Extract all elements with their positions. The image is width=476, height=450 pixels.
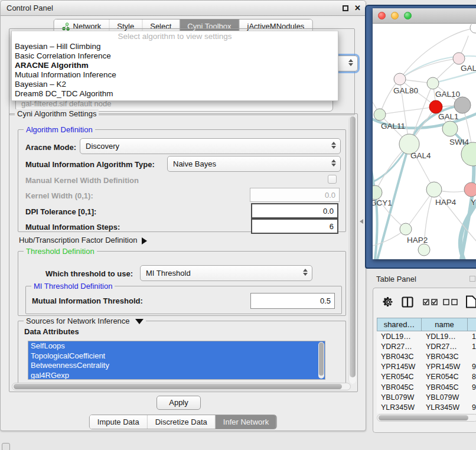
settings-vertical-scrollbar[interactable]	[348, 116, 356, 384]
minimize-traffic-light[interactable]	[391, 12, 399, 19]
sources-title[interactable]: Sources for Network Inference	[24, 317, 146, 325]
table-row[interactable]: YIL052CYIL052C9	[377, 413, 476, 414]
manual-kernel-checkbox[interactable]	[328, 175, 337, 184]
manual-kernel-label: Manual Kernel Width Definition	[25, 176, 139, 185]
kernel-width-field[interactable]: 0.0	[250, 188, 340, 202]
which-threshold-value: MI Threshold	[146, 269, 191, 278]
sources-groupbox: Sources for Network Inference Data Attri…	[18, 321, 346, 387]
mi-type-label: Mutual Information Algorithm Type:	[25, 160, 155, 169]
tab-discretize-data[interactable]: Discretize Data	[148, 415, 216, 429]
network-node-gcy1[interactable]	[373, 185, 382, 200]
network-edge	[400, 58, 459, 79]
network-window-titlebar[interactable]	[373, 8, 476, 24]
dock-corner-icon[interactable]	[2, 443, 10, 450]
table-row[interactable]: YBR045CYBR045C9.	[377, 382, 476, 392]
algorithm-dropdown-popup: Select algorithm to view settings Bayesi…	[11, 31, 338, 101]
table-cell: 12	[468, 343, 476, 351]
node-label-gal11: GAL11	[381, 122, 405, 131]
which-threshold-combo[interactable]: MI Threshold	[140, 265, 312, 281]
hub-definition-expander[interactable]: Hub/Transcription Factor Definition	[19, 236, 147, 244]
algorithm-option-aracne-algorithm[interactable]: ARACNE Algorithm	[12, 61, 338, 70]
control-panel-titlebar[interactable]: Control Panel ✕	[1, 1, 366, 16]
algorithm-option-dream8-dc-tdc-algorithm[interactable]: Dream8 DC_TDC Algorithm	[12, 89, 338, 99]
close-traffic-light[interactable]	[378, 12, 386, 19]
table-cell: YBR043C	[377, 353, 422, 361]
network-node-gal10[interactable]	[427, 77, 439, 89]
table-cell: YDR27…	[377, 343, 422, 351]
unchecked-boxes-icon[interactable]	[443, 299, 458, 305]
table-cell: 9.	[468, 383, 476, 392]
attributes-scrollbar[interactable]	[318, 342, 324, 379]
table-cell: YBR045C	[377, 383, 422, 392]
network-node[interactable]	[418, 244, 430, 256]
algorithm-option-bayesian-k2[interactable]: Bayesian – K2	[12, 80, 338, 89]
table-row[interactable]: YBL079WYBL079W	[377, 392, 476, 402]
attribute-item-topologicalcoefficient[interactable]: TopologicalCoefficient	[28, 351, 325, 361]
network-node-gal[interactable]	[453, 53, 465, 64]
node-label-gcy1: GCY1	[373, 198, 392, 207]
mi-algorithm-type-combo[interactable]: Naive Bayes	[167, 156, 341, 172]
algorithm-option-basic-correlation-inference[interactable]: Basic Correlation Inference	[12, 51, 338, 61]
network-node-gal1[interactable]	[429, 100, 442, 113]
tab-impute-data[interactable]: Impute Data	[90, 415, 148, 429]
table-row[interactable]: YLR345WYLR345W9.	[377, 402, 476, 412]
network-node[interactable]	[454, 97, 471, 113]
mi-steps-field[interactable]: 6	[251, 219, 338, 234]
dpi-tolerance-field[interactable]: 0.0	[251, 203, 338, 219]
settings-horizontal-scrollbar[interactable]	[12, 383, 351, 390]
network-node[interactable]	[470, 24, 476, 33]
table-cell: 8.	[468, 373, 476, 381]
combo-arrows-icon	[303, 269, 308, 276]
network-node-y[interactable]	[464, 182, 476, 197]
settings-title: Cyni Algorithm Settings	[15, 109, 99, 118]
table-row[interactable]: YBR043CYBR043C	[377, 351, 476, 361]
node-label-gal: GAL	[461, 64, 476, 73]
network-edge	[380, 107, 436, 115]
mi-threshold-field[interactable]: 0.5	[250, 293, 335, 309]
network-node-swi4[interactable]	[442, 121, 458, 136]
attribute-item-gal4rgexp[interactable]: gal4RGexp	[28, 371, 325, 380]
collapse-arrow-icon	[135, 319, 144, 324]
table-horizontal-scrollbar[interactable]	[377, 414, 476, 422]
algorithm-option-bayesian-hill-climbing[interactable]: Bayesian – Hill Climbing	[12, 42, 338, 51]
node-label-hap4: HAP4	[435, 198, 457, 207]
expand-arrow-icon	[142, 237, 147, 244]
column-header-a[interactable]: A	[468, 318, 476, 331]
table-cell: YBR043C	[422, 353, 468, 361]
attribute-item-betweennesscentrality[interactable]: BetweennessCentrality	[28, 361, 325, 371]
mi-threshold-title: MI Threshold Definition	[31, 282, 115, 291]
network-graph-canvas[interactable]: GALGAL80GAL10GAL1GAL11SWI4GAL4GCY1HAP4YH…	[373, 24, 476, 259]
table-cell: YPR145W	[377, 363, 422, 371]
mi-threshold-groupbox: MI Threshold Definition Mutual Informati…	[25, 286, 342, 314]
table-panel-float-icon[interactable]	[470, 276, 475, 282]
algorithm-option-mutual-information-inference[interactable]: Mutual Information Inference	[12, 70, 338, 80]
aracne-mode-value: Discovery	[86, 142, 119, 151]
column-header-shared-[interactable]: shared…	[377, 318, 422, 331]
float-window-icon[interactable]	[343, 5, 348, 11]
gear-icon[interactable]	[383, 296, 394, 308]
checked-boxes-icon[interactable]	[423, 299, 438, 305]
file-icon[interactable]	[465, 295, 476, 308]
split-columns-icon[interactable]	[402, 296, 413, 308]
aracne-mode-combo[interactable]: Discovery	[80, 138, 341, 154]
close-icon[interactable]: ✕	[354, 4, 361, 12]
network-node-gal80[interactable]	[394, 73, 406, 85]
mi-threshold-label: Mutual Information Threshold:	[32, 296, 143, 305]
tab-infer-network[interactable]: Infer Network	[216, 415, 276, 429]
table-cell: YER054C	[377, 373, 422, 381]
table-row[interactable]: YPR145WYPR145W9.	[377, 362, 476, 372]
panel-splitter-arrow[interactable]	[360, 219, 363, 224]
data-attributes-list[interactable]: SelfLoopsTopologicalCoefficientBetweenne…	[28, 341, 325, 380]
tab-label: Impute Data	[97, 418, 139, 426]
network-node-gal11[interactable]	[374, 109, 386, 120]
network-node-hap4[interactable]	[426, 182, 442, 197]
zoom-traffic-light[interactable]	[404, 12, 412, 19]
apply-button[interactable]: Apply	[157, 396, 201, 410]
attribute-item-selfloops[interactable]: SelfLoops	[28, 341, 325, 351]
network-node-hap2[interactable]	[400, 223, 412, 235]
tab-label: Discretize Data	[155, 418, 207, 426]
table-row[interactable]: YDL19…YDL19…13	[377, 331, 476, 341]
table-row[interactable]: YER054CYER054C8.	[377, 372, 476, 382]
table-row[interactable]: YDR27…YDR27…12	[377, 341, 476, 351]
column-header-name[interactable]: name	[422, 318, 468, 331]
